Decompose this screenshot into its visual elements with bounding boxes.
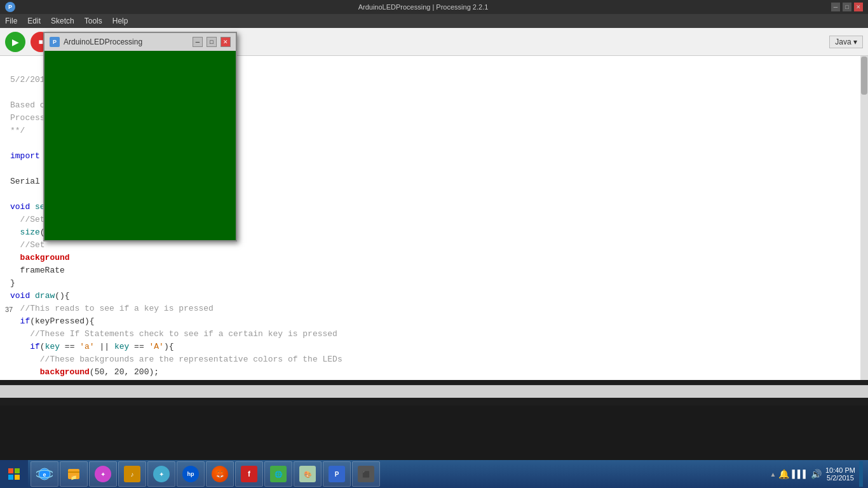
stop-icon: ■ [38, 37, 43, 46]
taskbar-app3[interactable]: ✦ [89, 461, 117, 487]
processing-taskbar-icon: P [329, 466, 345, 482]
window-title: ArduinoLEDProcessing | Processing 2.2.1 [15, 3, 831, 11]
run-button[interactable]: ▶ [5, 32, 25, 52]
app5-icon: ✦ [153, 466, 170, 482]
show-desktop-button[interactable] [859, 461, 863, 487]
tray-icons: ▲ 🔔 ▌▌▌ 🔊 [770, 469, 821, 479]
svg-rect-0 [8, 468, 13, 473]
windows-logo-icon [8, 468, 20, 480]
sketch-minimize-button[interactable]: ─ [193, 37, 203, 47]
minimize-button[interactable]: ─ [831, 3, 840, 11]
menu-edit[interactable]: Edit [27, 17, 41, 25]
taskbar-explorer[interactable]: 📁 [60, 461, 88, 487]
taskbar-apps: e 📁 ✦ ♪ ✦ [28, 461, 383, 487]
system-clock[interactable]: 10:40 PM 5/2/2015 [825, 466, 855, 482]
menu-bar: File Edit Sketch Tools Help [0, 14, 868, 28]
app9-icon: 🌐 [270, 466, 287, 482]
svg-rect-3 [15, 475, 20, 480]
taskbar-flash[interactable]: f [235, 461, 263, 487]
taskbar-ie[interactable]: e [31, 461, 58, 487]
svg-text:e: e [43, 471, 46, 478]
flash-icon: f [241, 466, 257, 482]
title-bar: P ArduinoLEDProcessing | Processing 2.2.… [0, 0, 868, 14]
taskbar-firefox[interactable]: 🦊 [206, 461, 234, 487]
taskbar-app5[interactable]: ✦ [147, 461, 175, 487]
app12-icon: ⬛ [358, 466, 374, 482]
close-button[interactable]: ✕ [854, 3, 863, 11]
sketch-title-bar: P ArduinoLEDProcessing ─ □ ✕ [44, 33, 236, 51]
clock-time: 10:40 PM [825, 466, 855, 474]
firefox-icon: 🦊 [212, 466, 228, 482]
menu-sketch[interactable]: Sketch [51, 17, 74, 25]
vertical-scrollbar[interactable] [860, 56, 868, 380]
run-icon: ▶ [12, 37, 19, 47]
sketch-maximize-button[interactable]: □ [207, 37, 217, 47]
clock-date: 5/2/2015 [827, 474, 854, 482]
sketch-window[interactable]: P ArduinoLEDProcessing ─ □ ✕ [43, 32, 237, 241]
explorer-icon: 📁 [65, 466, 82, 482]
svg-rect-2 [8, 475, 13, 480]
app-logo: P [5, 2, 15, 12]
taskbar-right: ▲ 🔔 ▌▌▌ 🔊 10:40 PM 5/2/2015 [764, 461, 868, 487]
java-mode-label[interactable]: Java ▾ [829, 36, 863, 48]
hp-icon: hp [182, 466, 199, 482]
taskbar-processing[interactable]: P [323, 461, 351, 487]
menu-file[interactable]: File [5, 17, 17, 25]
taskbar-app9[interactable]: 🌐 [264, 461, 292, 487]
app3-icon: ✦ [95, 466, 111, 482]
sketch-canvas [44, 51, 236, 240]
maximize-button[interactable]: □ [843, 3, 851, 11]
winamp-icon: ♪ [124, 466, 140, 482]
taskbar: e 📁 ✦ ♪ ✦ [0, 460, 868, 488]
window-controls: ─ □ ✕ [831, 3, 863, 11]
taskbar-hp[interactable]: hp [177, 461, 205, 487]
network-icon[interactable]: ▌▌▌ [792, 470, 808, 478]
sketch-app-icon: P [50, 37, 60, 47]
app10-icon: 🎨 [299, 466, 316, 482]
taskbar-app10[interactable]: 🎨 [294, 461, 322, 487]
menu-tools[interactable]: Tools [85, 17, 102, 25]
svg-text:📁: 📁 [71, 474, 77, 480]
svg-rect-1 [15, 468, 20, 473]
start-button[interactable] [0, 460, 28, 488]
line-number: 37 [5, 306, 13, 313]
volume-icon[interactable]: 🔊 [811, 469, 822, 479]
tray-expand-btn[interactable]: ▲ [770, 471, 776, 478]
ie-icon: e [36, 466, 53, 482]
scrollbar-thumb[interactable] [861, 57, 867, 95]
taskbar-winamp[interactable]: ♪ [118, 461, 146, 487]
taskbar-app12[interactable]: ⬛ [352, 461, 380, 487]
sketch-window-title: ArduinoLEDProcessing [64, 37, 189, 46]
tray-icon-1[interactable]: 🔔 [778, 469, 789, 479]
svg-rect-8 [68, 471, 79, 473]
sketch-close-button[interactable]: ✕ [220, 37, 231, 47]
menu-help[interactable]: Help [112, 17, 128, 25]
status-bar: 37 [0, 385, 868, 398]
